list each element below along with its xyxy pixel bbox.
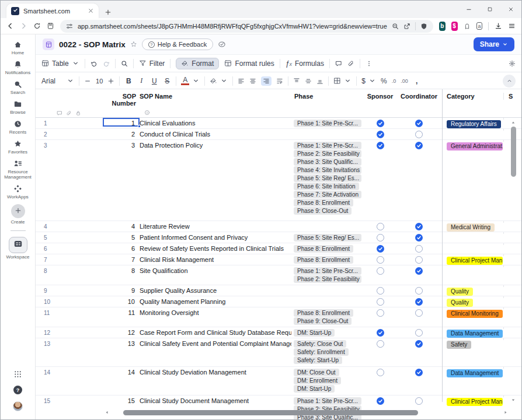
category-cell[interactable]: Clinical Project Man...: [441, 254, 503, 265]
category-cell[interactable]: Data Management: [441, 327, 503, 338]
align-center-button[interactable]: [249, 78, 256, 85]
scroll-down-arrow[interactable]: [511, 397, 516, 403]
coordinator-checkbox[interactable]: [415, 142, 423, 149]
undo-button[interactable]: [91, 60, 98, 67]
row-number[interactable]: 2: [36, 129, 55, 138]
phase-cell[interactable]: [291, 129, 364, 131]
sidebar-item-favorites[interactable]: Favorites: [1, 139, 35, 155]
coordinator-checkbox[interactable]: [415, 329, 423, 337]
scroll-right-arrow[interactable]: [503, 410, 508, 415]
sop-name-cell[interactable]: Case Report Form and Clinical Study Data…: [140, 327, 291, 336]
italic-button[interactable]: I: [137, 76, 145, 85]
text-color-button[interactable]: A: [181, 77, 200, 85]
column-header-s[interactable]: S: [503, 93, 521, 100]
row-number[interactable]: 12: [36, 327, 55, 336]
row-icons-cell[interactable]: [55, 129, 103, 131]
redo-button[interactable]: [103, 60, 110, 67]
sop-number-cell[interactable]: 5: [103, 232, 140, 241]
sop-number-cell[interactable]: 11: [103, 307, 140, 316]
selection-fill-handle[interactable]: [138, 125, 141, 128]
row-icons-cell[interactable]: [55, 285, 103, 287]
align-top-button[interactable]: [293, 78, 300, 85]
row-icons-cell[interactable]: [55, 140, 103, 142]
help-feedback-button[interactable]: ? Help & Feedback: [142, 38, 213, 50]
url-text[interactable]: app.smartsheet.com/sheets/J8pG7HMmH48M8R…: [78, 23, 387, 30]
column-header-sponsor[interactable]: Sponsor: [364, 93, 396, 100]
new-tab-button[interactable]: [105, 9, 112, 16]
sop-name-cell[interactable]: Clinical Study Deviation Management: [140, 367, 291, 376]
category-cell[interactable]: [441, 232, 503, 234]
row-number[interactable]: 11: [36, 307, 55, 316]
row-icons-cell[interactable]: [55, 221, 103, 223]
row-number[interactable]: 9: [36, 285, 55, 294]
align-middle-button[interactable]: [305, 78, 312, 85]
currency-button[interactable]: $: [361, 77, 376, 85]
row-icons-cell[interactable]: [55, 338, 103, 340]
settings-gear-icon[interactable]: [509, 60, 516, 67]
sop-number-cell[interactable]: 7: [103, 254, 140, 263]
sop-name-cell[interactable]: Clinical Safety Event and Potential Comp…: [140, 338, 291, 347]
category-cell[interactable]: Quality: [441, 285, 503, 296]
coordinator-checkbox[interactable]: [415, 120, 423, 127]
bookmark-panel-icon[interactable]: [47, 22, 54, 30]
close-window-button[interactable]: [500, 1, 521, 18]
phase-cell[interactable]: Phase 8: Enrollment: [291, 254, 364, 265]
column-header-category[interactable]: Category: [441, 93, 503, 100]
info-icon[interactable]: [144, 110, 150, 116]
sidebar-item-home[interactable]: Home: [1, 40, 35, 55]
formulas-button[interactable]: ƒx Formulas: [286, 60, 324, 68]
search-button[interactable]: [121, 60, 128, 67]
sidebar-item-browse[interactable]: Browse: [1, 100, 35, 115]
vertical-scrollbar-thumb[interactable]: [511, 127, 516, 177]
sponsor-checkbox[interactable]: [377, 369, 384, 376]
sop-name-cell[interactable]: Clinical Evaluations: [140, 118, 291, 127]
column-header-sop-number[interactable]: SOP Number: [103, 93, 140, 107]
lock-column-icon[interactable]: [75, 110, 81, 116]
row-icons-cell[interactable]: [55, 118, 103, 120]
phase-cell[interactable]: Phase 8: EnrollmentPhase 9: Close-Out: [291, 307, 364, 326]
sponsor-checkbox[interactable]: [377, 223, 384, 230]
column-header-phase[interactable]: Phase: [291, 93, 364, 100]
table-view-button[interactable]: Table: [41, 60, 79, 68]
phase-cell[interactable]: DM: Start-Up: [291, 327, 364, 338]
row-number[interactable]: 13: [36, 338, 55, 347]
sop-name-cell[interactable]: Literature Review: [140, 221, 291, 230]
row-number[interactable]: 14: [36, 367, 55, 376]
phase-cell[interactable]: Phase 1: Site Pre-Scr...Phase 2: Site Fe…: [291, 265, 364, 284]
url-bar[interactable]: app.smartsheet.com/sheets/J8pG7HMmH48M8R…: [60, 20, 433, 33]
coordinator-checkbox[interactable]: [415, 340, 423, 348]
sponsor-checkbox[interactable]: [377, 142, 384, 149]
align-right-button[interactable]: [261, 76, 272, 86]
shield-icon[interactable]: [420, 23, 427, 30]
category-cell[interactable]: [441, 265, 503, 267]
phase-cell[interactable]: Phase 1: Site Pre-Scr...Phase 2: Site Fe…: [291, 396, 364, 419]
phase-cell[interactable]: [291, 296, 364, 298]
sponsor-checkbox[interactable]: [377, 340, 384, 348]
row-number[interactable]: 4: [36, 221, 55, 230]
row-icons-cell[interactable]: [55, 367, 103, 369]
sop-number-cell[interactable]: 1: [103, 118, 140, 127]
coordinator-checkbox[interactable]: [415, 309, 423, 317]
sponsor-checkbox[interactable]: [377, 131, 384, 138]
minimize-button[interactable]: [458, 1, 479, 18]
scroll-left-arrow[interactable]: [105, 410, 109, 415]
row-icons-cell[interactable]: [55, 265, 103, 267]
phase-cell[interactable]: [291, 285, 364, 287]
sop-name-cell[interactable]: Quality Management Planning: [140, 296, 291, 305]
row-icons-cell[interactable]: [55, 327, 103, 329]
maximize-button[interactable]: [479, 1, 500, 18]
coordinator-checkbox[interactable]: [415, 298, 423, 306]
horizontal-scrollbar-thumb[interactable]: [123, 410, 418, 415]
extension-b-icon[interactable]: b: [439, 22, 446, 31]
category-cell[interactable]: Clinical Monitoring: [441, 307, 503, 318]
align-bottom-button[interactable]: [316, 78, 323, 85]
back-button[interactable]: [6, 22, 14, 30]
attachment-button[interactable]: [347, 60, 354, 67]
font-size-value[interactable]: 10: [96, 78, 103, 85]
format-rules-button[interactable]: Format rules: [224, 60, 274, 68]
percent-button[interactable]: %: [381, 77, 387, 85]
reload-button[interactable]: [33, 22, 41, 30]
share-page-icon[interactable]: [403, 23, 410, 30]
category-cell[interactable]: General Administrat...: [441, 140, 503, 150]
sop-number-cell[interactable]: 13: [103, 338, 140, 347]
